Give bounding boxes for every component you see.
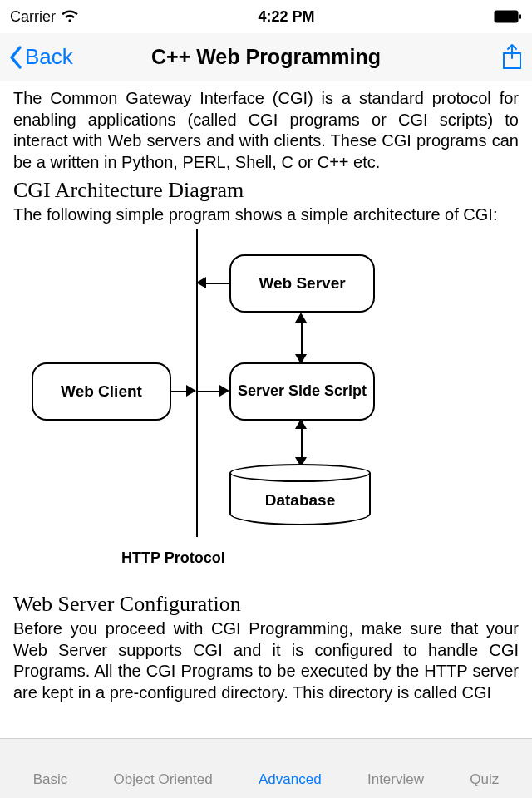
architecture-heading: CGI Architecture Diagram bbox=[13, 178, 519, 203]
status-left: Carrier bbox=[10, 8, 79, 26]
clock: 4:22 PM bbox=[258, 8, 314, 26]
http-protocol-line bbox=[196, 229, 198, 537]
diagram-node-serverscript: Server Side Script bbox=[229, 362, 375, 421]
http-protocol-label: HTTP Protocol bbox=[121, 549, 225, 567]
tab-basic[interactable]: Basic bbox=[33, 771, 68, 788]
page-title: C++ Web Programming bbox=[0, 45, 532, 69]
tab-object-oriented[interactable]: Object Oriented bbox=[114, 771, 213, 788]
diagram-node-webclient: Web Client bbox=[32, 362, 171, 421]
back-button[interactable]: Back bbox=[8, 44, 73, 70]
status-right bbox=[494, 10, 522, 23]
tab-quiz[interactable]: Quiz bbox=[470, 771, 499, 788]
config-text: Before you proceed with CGI Programming,… bbox=[13, 618, 519, 703]
battery-icon bbox=[494, 10, 522, 23]
cgi-architecture-diagram: Web Server Web Client Server Side Script… bbox=[13, 229, 519, 587]
share-icon bbox=[500, 43, 524, 71]
diagram-node-webserver: Web Server bbox=[229, 254, 375, 313]
share-button[interactable] bbox=[500, 43, 524, 71]
config-heading: Web Server Configuration bbox=[13, 592, 519, 617]
back-label: Back bbox=[25, 44, 73, 70]
content-area[interactable]: The Common Gateway Interface (CGI) is a … bbox=[0, 81, 532, 738]
status-bar: Carrier 4:22 PM bbox=[0, 0, 532, 33]
tab-interview[interactable]: Interview bbox=[367, 771, 424, 788]
tab-advanced[interactable]: Advanced bbox=[259, 771, 322, 788]
svg-rect-0 bbox=[494, 11, 518, 23]
svg-rect-1 bbox=[519, 14, 521, 19]
tab-bar: Basic Object Oriented Advanced Interview… bbox=[0, 738, 532, 798]
intro-paragraph: The Common Gateway Interface (CGI) is a … bbox=[13, 88, 519, 173]
diagram-node-database: Database bbox=[229, 464, 371, 525]
chevron-left-icon bbox=[8, 45, 23, 70]
architecture-text: The following simple program shows a sim… bbox=[13, 204, 519, 226]
wifi-icon bbox=[61, 10, 79, 23]
carrier-label: Carrier bbox=[10, 8, 56, 26]
nav-bar: Back C++ Web Programming bbox=[0, 33, 532, 81]
